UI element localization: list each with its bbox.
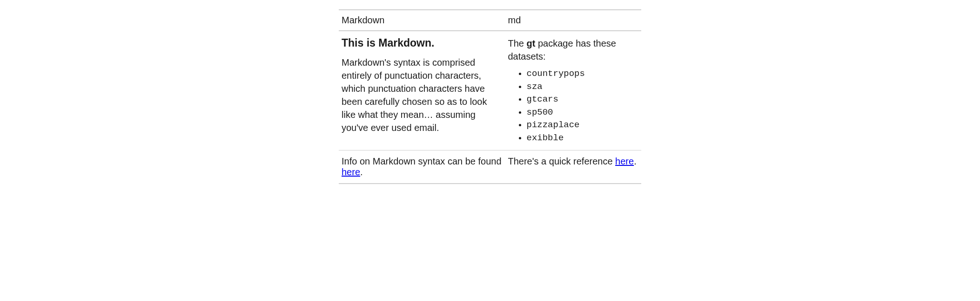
table-header-row: Markdown md <box>339 10 641 31</box>
list-item: sza <box>527 81 639 94</box>
list-item: exibble <box>527 132 639 145</box>
cell-gt-datasets: The gt package has these datasets: count… <box>505 31 642 150</box>
dataset-list: countrypops sza gtcars sp500 pizzaplace … <box>508 68 639 144</box>
table-row: Info on Markdown syntax can be found her… <box>339 150 641 184</box>
markdown-syntax-link[interactable]: here <box>342 167 360 177</box>
list-item: sp500 <box>527 106 639 119</box>
header-md: md <box>505 10 642 31</box>
link-text-before: Info on Markdown syntax can be found <box>342 156 502 166</box>
link-text-after: . <box>634 156 637 166</box>
cell-markdown-description: This is Markdown. Markdown's syntax is c… <box>339 31 505 150</box>
markdown-paragraph: Markdown's syntax is comprised entirely … <box>342 56 503 134</box>
cell-markdown-link: Info on Markdown syntax can be found her… <box>339 150 505 184</box>
list-item: countrypops <box>527 68 639 81</box>
header-markdown: Markdown <box>339 10 505 31</box>
gt-bold-name: gt <box>527 38 536 48</box>
markdown-heading: This is Markdown. <box>342 37 503 49</box>
cell-reference-link: There's a quick reference here. <box>505 150 642 184</box>
gt-intro-prefix: The <box>508 38 527 48</box>
markdown-table-container: Markdown md This is Markdown. Markdown's… <box>339 9 641 184</box>
quick-reference-link[interactable]: here <box>615 156 634 166</box>
link-text-before: There's a quick reference <box>508 156 616 166</box>
gt-intro-text: The gt package has these datasets: <box>508 37 639 63</box>
markdown-table: Markdown md This is Markdown. Markdown's… <box>339 9 641 184</box>
list-item: pizzaplace <box>527 119 639 132</box>
list-item: gtcars <box>527 93 639 106</box>
table-row: This is Markdown. Markdown's syntax is c… <box>339 31 641 150</box>
link-text-after: . <box>360 167 363 177</box>
